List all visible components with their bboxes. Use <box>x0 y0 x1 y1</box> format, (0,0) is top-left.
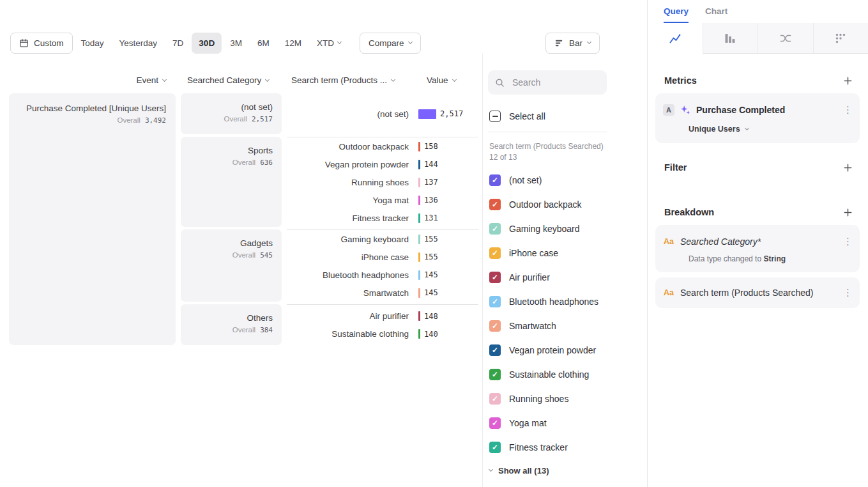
legend-item[interactable]: (not set) <box>488 168 641 192</box>
series-checkbox[interactable] <box>489 369 501 380</box>
table-row[interactable]: Bluetooth headphones 145 <box>287 266 478 284</box>
event-card[interactable]: Purchase Completed [Unique Users] Overal… <box>9 93 176 345</box>
series-checkbox[interactable] <box>489 296 501 307</box>
series-checkbox[interactable] <box>489 247 501 259</box>
add-metric-button[interactable] <box>843 76 853 86</box>
legend-item[interactable]: Fitness tracker <box>488 435 641 460</box>
legend-item[interactable]: Smartwatch <box>488 314 641 338</box>
series-checkbox[interactable] <box>489 272 501 283</box>
value-label: 145 <box>424 270 438 279</box>
search-term-label: Outdoor backpack <box>287 142 409 151</box>
breakdown-card-category[interactable]: Aa Searched Category* Data type changed … <box>655 225 860 272</box>
range-yesterday[interactable]: Yesterday <box>112 33 165 54</box>
column-header-event[interactable]: Event <box>9 75 176 85</box>
value-label: 2,517 <box>440 109 463 118</box>
tab-chart[interactable]: Chart <box>705 0 727 23</box>
range-xtd[interactable]: XTD <box>310 33 348 54</box>
column-header-value[interactable]: Value <box>427 75 456 85</box>
icon-tab-insights[interactable] <box>648 23 703 54</box>
metric-badge: A <box>663 104 674 116</box>
table-row[interactable]: (not set) 2,517 <box>287 105 478 123</box>
filter-section-header: Filter <box>655 162 860 173</box>
value-label: 137 <box>424 178 438 187</box>
range-30d[interactable]: 30D <box>192 33 222 54</box>
column-header-category[interactable]: Searched Category <box>181 75 282 85</box>
show-all-button[interactable]: Show all (13) <box>488 466 641 475</box>
add-breakdown-button[interactable] <box>843 208 853 217</box>
category-card[interactable]: Sports Overall636 <box>181 137 282 227</box>
compare-button[interactable]: Compare <box>360 33 422 54</box>
range-today[interactable]: Today <box>74 33 111 54</box>
table-row[interactable]: Outdoor backpack 158 <box>287 137 478 155</box>
kebab-menu-icon[interactable] <box>843 236 852 247</box>
legend-item[interactable]: Bluetooth headphones <box>488 290 641 314</box>
series-label: Outdoor backpack <box>509 199 582 210</box>
legend-item[interactable]: Vegan protein powder <box>488 338 641 362</box>
custom-date-button[interactable]: Custom <box>10 33 73 54</box>
legend-group-label: Search term (Products Searched) 12 of 13 <box>488 141 609 163</box>
add-filter-button[interactable] <box>843 163 853 173</box>
breakdown-property-name: Searched Category* <box>680 236 837 247</box>
series-checkbox[interactable] <box>489 199 501 210</box>
table-row[interactable]: Running shoes 137 <box>287 173 478 191</box>
table-row[interactable]: Smartwatch 145 <box>287 284 478 302</box>
category-card[interactable]: (not set) Overall2,517 <box>181 93 282 134</box>
range-7d[interactable]: 7D <box>165 33 190 54</box>
string-type-icon: Aa <box>663 288 674 297</box>
icon-tab-retention[interactable] <box>813 23 868 54</box>
series-checkbox[interactable] <box>489 344 501 356</box>
tab-query[interactable]: Query <box>664 0 689 23</box>
legend-item[interactable]: Gaming keyboard <box>488 217 641 241</box>
legend-item[interactable]: Outdoor backpack <box>488 192 641 217</box>
select-all-label: Select all <box>509 111 545 121</box>
query-builder: Metrics A Purchase Completed Unique User… <box>648 54 868 308</box>
measure-dropdown[interactable]: Unique Users <box>689 125 749 134</box>
value-label: 155 <box>424 252 438 261</box>
legend-item[interactable]: iPhone case <box>488 241 641 265</box>
range-6m[interactable]: 6M <box>250 33 277 54</box>
legend-search <box>488 70 607 95</box>
chevron-down-icon <box>489 467 493 472</box>
search-input[interactable] <box>511 77 600 88</box>
series-checkbox[interactable] <box>489 320 501 332</box>
table-row[interactable]: iPhone case 155 <box>287 248 478 266</box>
column-header-term[interactable]: Search term (Products ... <box>287 75 427 85</box>
chart-type-button[interactable]: Bar <box>545 33 600 54</box>
breakdown-note: Data type changed to String <box>689 254 852 263</box>
legend-item[interactable]: Sustainable clothing <box>488 362 641 387</box>
category-groups: (not set) Overall2,517 (not set) <box>181 93 478 345</box>
table-row[interactable]: Fitness tracker 131 <box>287 209 478 227</box>
category-card[interactable]: Gadgets Overall545 <box>181 229 282 302</box>
table-row[interactable]: Yoga mat 136 <box>287 191 478 209</box>
icon-tab-funnels[interactable] <box>703 23 758 54</box>
select-all-checkbox[interactable] <box>489 111 501 122</box>
range-12m[interactable]: 12M <box>278 33 308 54</box>
select-all[interactable]: Select all <box>488 105 641 128</box>
category-card[interactable]: Others Overall384 <box>181 304 282 345</box>
chevron-down-icon <box>452 77 456 81</box>
value-label: 145 <box>424 288 438 297</box>
icon-tab-flows[interactable] <box>758 23 813 54</box>
legend-item[interactable]: Yoga mat <box>488 411 641 435</box>
series-checkbox[interactable] <box>489 417 501 429</box>
series-checkbox[interactable] <box>489 223 501 235</box>
search-term-label: Gaming keyboard <box>287 235 409 244</box>
table-row[interactable]: Air purifier 148 <box>287 307 478 325</box>
legend-item[interactable]: Running shoes <box>488 387 641 411</box>
metric-card[interactable]: A Purchase Completed Unique Users <box>655 93 860 143</box>
category-overall: Overall384 <box>181 326 273 334</box>
value-label: 136 <box>424 196 438 205</box>
table-row[interactable]: Vegan protein powder 144 <box>287 155 478 173</box>
series-checkbox[interactable] <box>489 442 501 453</box>
range-3m[interactable]: 3M <box>223 33 249 54</box>
table-row[interactable]: Sustainable clothing 140 <box>287 325 478 343</box>
kebab-menu-icon[interactable] <box>843 287 852 298</box>
plus-icon <box>843 163 853 173</box>
table-row[interactable]: Gaming keyboard 155 <box>287 230 478 248</box>
series-checkbox[interactable] <box>489 393 501 405</box>
legend-item[interactable]: Air purifier <box>488 265 641 290</box>
table-header-row: Event Searched Category Search term (Pro… <box>9 75 482 85</box>
series-checkbox[interactable] <box>489 174 501 186</box>
breakdown-card-search-term[interactable]: Aa Search term (Products Searched) <box>655 277 860 308</box>
kebab-menu-icon[interactable] <box>843 104 852 116</box>
